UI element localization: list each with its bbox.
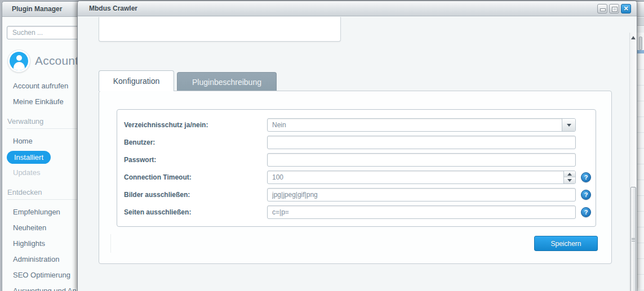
user-icon — [10, 52, 28, 70]
table-rows-edge — [637, 54, 644, 291]
form-row-verzeichnisschutz: Verzeichnisschutz ja/nein: Nein — [124, 118, 596, 136]
scroll-up-icon[interactable] — [630, 34, 637, 42]
selected-row-edge — [637, 50, 644, 53]
dialog-scrollbar[interactable] — [629, 33, 637, 291]
sidebar-section-verwaltung: Verwaltung — [7, 117, 43, 126]
bilder-ausschliessen-field[interactable] — [267, 188, 576, 202]
dialog-titlebar[interactable]: Mbdus Crawler ✕ — [78, 1, 637, 16]
config-fieldset: Verzeichnisschutz ja/nein: Nein Benutzer… — [117, 109, 596, 227]
scrolled-panel-remnant — [99, 17, 341, 42]
window-controls: ✕ — [597, 4, 631, 14]
tab-konfiguration[interactable]: Konfiguration — [99, 70, 174, 91]
avatar — [7, 50, 30, 73]
connection-timeout-field[interactable] — [267, 171, 576, 184]
number-stepper — [563, 171, 575, 183]
help-icon[interactable]: ? — [581, 190, 591, 200]
field-label: Connection Timeout: — [124, 171, 267, 184]
plugin-table-edge — [637, 17, 644, 291]
help-icon[interactable]: ? — [581, 207, 591, 217]
sidebar-item-updates[interactable]: Updates — [13, 168, 40, 177]
form-row-passwort: Passwort: — [124, 153, 596, 171]
passwort-field[interactable] — [267, 153, 576, 167]
field-label: Passwort: — [124, 153, 267, 167]
form-row-seiten-ausschliessen: Seiten ausschließen: ? — [124, 205, 596, 223]
konfiguration-panel: Verzeichnisschutz ja/nein: Nein Benutzer… — [99, 91, 612, 264]
sidebar-item-installiert[interactable]: Installiert — [7, 151, 51, 164]
benutzer-field[interactable] — [267, 136, 576, 149]
sidebar-item-home[interactable]: Home — [13, 137, 33, 145]
dialog-body: Konfiguration Pluginbeschreibung Verzeic… — [78, 17, 637, 291]
field-label: Verzeichnisschutz ja/nein: — [124, 118, 267, 132]
select-value: Nein — [268, 119, 575, 131]
form-row-bilder-ausschliessen: Bilder ausschließen: ? — [124, 188, 596, 205]
mbdus-crawler-dialog: Mbdus Crawler ✕ Konfiguration Pluginbesc… — [77, 1, 637, 291]
seiten-ausschliessen-field[interactable] — [267, 205, 576, 219]
form-row-benutzer: Benutzer: — [124, 136, 596, 153]
help-icon[interactable]: ? — [581, 172, 591, 182]
account-heading: Account — [35, 54, 78, 68]
verzeichnisschutz-select[interactable]: Nein — [267, 118, 576, 132]
maximize-icon[interactable] — [609, 4, 619, 14]
sidebar-item-administration[interactable]: Administration — [13, 255, 59, 263]
sidebar-section-entdecken: Entdecken — [7, 188, 42, 196]
save-button[interactable]: Speichern — [534, 236, 598, 251]
field-label: Benutzer: — [124, 136, 267, 149]
field-label: Seiten ausschließen: — [124, 205, 267, 219]
plugin-manager-title: Plugin Manager — [12, 5, 62, 13]
stepper-down-icon[interactable] — [563, 177, 575, 183]
tab-pluginbeschreibung[interactable]: Pluginbeschreibung — [177, 72, 277, 91]
field-label: Bilder ausschließen: — [124, 188, 267, 202]
chevron-down-icon[interactable] — [562, 119, 575, 131]
minimize-icon[interactable] — [597, 4, 607, 14]
sidebar-item-empfehlungen[interactable]: Empfehlungen — [13, 208, 60, 216]
scrollbar-thumb[interactable] — [630, 187, 636, 291]
table-header-edge — [637, 17, 644, 26]
stepper-up-icon[interactable] — [563, 171, 575, 177]
sidebar-item-neuheiten[interactable]: Neuheiten — [13, 223, 46, 232]
sidebar-item-account-aufrufen[interactable]: Account aufrufen — [13, 82, 68, 90]
sidebar-item-highlights[interactable]: Highlights — [13, 239, 45, 248]
close-icon[interactable]: ✕ — [621, 4, 631, 14]
sidebar-item-seo-optimierung[interactable]: SEO Optimierung — [13, 271, 70, 279]
table-scrollbar-edge[interactable] — [639, 37, 642, 50]
dialog-title: Mbdus Crawler — [89, 5, 137, 12]
divider — [110, 234, 111, 253]
sidebar-item-meine-einkaeufe[interactable]: Meine Einkäufe — [13, 97, 64, 106]
table-toolbar-edge — [637, 26, 644, 33]
form-row-connection-timeout: Connection Timeout: ? — [124, 171, 596, 188]
